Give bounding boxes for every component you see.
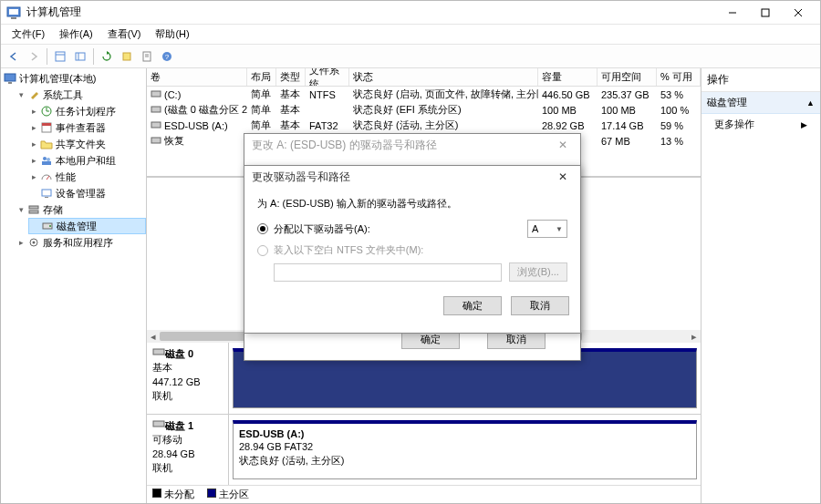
radio-assign-letter[interactable]: 分配以下驱动器号(A): A ▼ (257, 220, 567, 238)
expander-icon[interactable]: ▸ (28, 155, 39, 166)
tree-systools[interactable]: ▾ 系统工具 (16, 87, 146, 103)
disk1-partition[interactable]: ESD-USB (A:) 28.94 GB FAT32 状态良好 (活动, 主分… (233, 420, 697, 479)
dialog-title[interactable]: 更改驱动器号和路径 ✕ (244, 166, 580, 188)
menu-help[interactable]: 帮助(H) (148, 26, 196, 43)
actions-header: 操作 (701, 68, 820, 92)
volume-icon (151, 104, 161, 117)
svg-rect-11 (123, 53, 130, 60)
chevron-down-icon: ▼ (556, 225, 563, 233)
col-type[interactable]: 类型 (276, 68, 306, 86)
radio-icon (257, 245, 268, 256)
tree-sharedfolders[interactable]: ▸共享文件夹 (28, 136, 146, 152)
toolbar-icon[interactable] (118, 47, 136, 66)
tree-scheduler[interactable]: ▸任务计划程序 (28, 103, 146, 119)
svg-rect-26 (42, 161, 51, 165)
col-capacity[interactable]: 容量 (538, 68, 598, 86)
svg-rect-38 (151, 122, 161, 128)
ok-button[interactable]: 确定 (443, 296, 502, 315)
titlebar: 计算机管理 (1, 1, 820, 25)
tree-eventviewer[interactable]: ▸事件查看器 (28, 119, 146, 136)
back-button[interactable] (5, 47, 23, 66)
expander-icon[interactable]: ▾ (16, 204, 26, 215)
col-status[interactable]: 状态 (349, 68, 538, 86)
actions-group[interactable]: 磁盘管理 ▲ (701, 92, 820, 114)
expander-icon[interactable]: ▸ (28, 171, 39, 182)
browse-button: 浏览(B)... (509, 262, 567, 282)
svg-rect-1 (9, 9, 18, 15)
disk1-header: 磁盘 1 可移动 28.94 GB 联机 (147, 415, 229, 485)
col-free[interactable]: 可用空间 (598, 68, 657, 86)
svg-rect-18 (8, 82, 12, 84)
svg-rect-2 (11, 17, 16, 19)
expander-icon[interactable]: ▸ (28, 139, 39, 149)
svg-rect-39 (151, 138, 161, 143)
gear-icon (26, 235, 41, 250)
removable-disk-icon (152, 418, 165, 429)
disk-graphical-view: 磁盘 0 基本 447.12 GB 联机 磁盘 1 可移动 28.94 GB 联 (147, 343, 701, 485)
clock-icon (39, 104, 54, 118)
help-button[interactable]: ? (158, 47, 176, 66)
svg-rect-36 (151, 91, 161, 97)
tree-services[interactable]: ▸服务和应用程序 (16, 234, 146, 251)
tree-diskmgmt[interactable]: 磁盘管理 (28, 218, 146, 234)
col-layout[interactable]: 布局 (247, 68, 276, 86)
svg-rect-7 (56, 52, 65, 61)
col-fs[interactable]: 文件系统 (306, 68, 349, 86)
disk-icon (152, 346, 165, 357)
tree-root[interactable]: 计算机管理(本地) (3, 70, 146, 87)
properties-button[interactable] (138, 47, 156, 66)
radio-mount-folder[interactable]: 装入以下空白 NTFS 文件夹中(M): (257, 243, 567, 257)
disk-row-1[interactable]: 磁盘 1 可移动 28.94 GB 联机 ESD-USB (A:) 28.94 … (147, 414, 701, 485)
svg-rect-30 (29, 206, 38, 209)
svg-rect-23 (42, 123, 51, 126)
disk0-header: 磁盘 0 基本 447.12 GB 联机 (147, 343, 229, 414)
device-icon (39, 186, 54, 201)
disk-icon (40, 219, 55, 233)
chevron-right-icon: ▶ (801, 120, 807, 129)
svg-rect-4 (762, 9, 769, 16)
col-volume[interactable]: 卷 (147, 68, 247, 86)
close-icon[interactable]: ✕ (553, 168, 573, 186)
maximize-button[interactable] (749, 1, 782, 24)
expander-icon[interactable]: ▾ (16, 89, 26, 100)
refresh-button[interactable] (98, 47, 116, 66)
tree-pane: 计算机管理(本地) ▾ 系统工具 ▸任务计划程序 (1, 68, 147, 503)
svg-text:?: ? (165, 53, 170, 61)
actions-more[interactable]: 更多操作 ▶ (701, 114, 820, 135)
computer-icon (3, 71, 17, 86)
expander-icon[interactable]: ▸ (16, 237, 26, 248)
menu-file[interactable]: 文件(F) (5, 26, 52, 43)
expander-icon[interactable]: ▸ (28, 122, 39, 133)
volume-header: 卷 布局 类型 文件系统 状态 容量 可用空间 % 可用 (147, 68, 701, 87)
app-title: 计算机管理 (26, 5, 716, 20)
storage-icon (26, 202, 41, 217)
tree-localusers[interactable]: ▸本地用户和组 (28, 152, 146, 169)
legend: 未分配 主分区 (147, 485, 701, 503)
app-icon (6, 5, 21, 20)
svg-rect-31 (29, 211, 38, 213)
close-icon[interactable]: ✕ (553, 136, 573, 154)
legend-swatch-primary (207, 489, 216, 498)
tree-storage[interactable]: ▾ 存储 (16, 201, 146, 218)
cancel-button[interactable]: 取消 (511, 296, 569, 315)
svg-point-35 (33, 242, 36, 244)
menu-action[interactable]: 操作(A) (52, 26, 100, 43)
volume-row[interactable]: (磁盘 0 磁盘分区 2)简单基本状态良好 (EFI 系统分区)100 MB10… (147, 102, 701, 118)
toolbar-icon[interactable] (51, 47, 69, 66)
wrench-icon (26, 87, 41, 102)
minimize-button[interactable] (716, 1, 749, 24)
tree-perf[interactable]: ▸性能 (28, 169, 146, 185)
svg-rect-37 (151, 107, 161, 112)
expander-icon[interactable]: ▸ (28, 106, 39, 117)
volume-row[interactable]: (C:)简单基本NTFS状态良好 (启动, 页面文件, 故障转储, 主分区)44… (147, 87, 701, 102)
volume-row[interactable]: ESD-USB (A:)简单基本FAT32状态良好 (活动, 主分区)28.92… (147, 118, 701, 133)
close-button[interactable] (782, 1, 815, 24)
forward-button[interactable] (25, 47, 43, 66)
menu-view[interactable]: 查看(V) (100, 26, 149, 43)
dialog-title: 更改 A: (ESD-USB) 的驱动器号和路径 ✕ (244, 134, 580, 156)
toolbar-icon[interactable] (71, 47, 89, 66)
drive-letter-combo[interactable]: A ▼ (527, 220, 567, 238)
tree-devmgr[interactable]: 设备管理器 (28, 185, 146, 201)
svg-rect-41 (153, 421, 164, 427)
col-pct[interactable]: % 可用 (657, 68, 701, 86)
